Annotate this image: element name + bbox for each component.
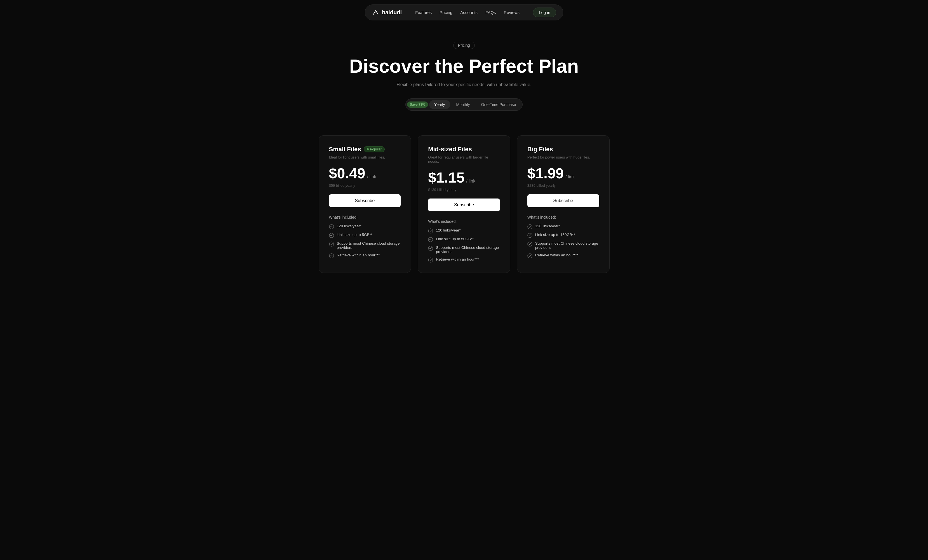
nav-pricing[interactable]: Pricing (440, 10, 452, 15)
whats-included-small: What's included: (329, 215, 401, 219)
popular-dot-icon (367, 148, 369, 150)
price-row-mid: $1.15 / link (428, 169, 500, 186)
subscribe-button-big[interactable]: Subscribe (527, 194, 599, 207)
check-icon (527, 224, 533, 229)
pricing-grid: Small Files Popular Ideal for light user… (296, 135, 632, 290)
check-icon (329, 224, 334, 229)
card-title-big: Big Files (527, 146, 553, 153)
price-billed-mid: $139 billed yearly (428, 187, 500, 192)
whats-included-mid: What's included: (428, 219, 500, 224)
price-billed-big: $239 billed yearly (527, 183, 599, 187)
feature-item: Link size up to 50GB** (428, 237, 500, 242)
price-unit-mid: / link (466, 179, 475, 184)
save-badge: Save 73% (407, 102, 428, 108)
subscribe-button-small[interactable]: Subscribe (329, 194, 401, 207)
toggle-monthly[interactable]: Monthly (451, 100, 475, 109)
nav-reviews[interactable]: Reviews (504, 10, 519, 15)
toggle-yearly[interactable]: Yearly (429, 100, 450, 109)
logo-text: baidudl (382, 9, 402, 16)
logo-icon (372, 9, 380, 17)
card-header-small: Small Files Popular Ideal for light user… (329, 146, 401, 159)
price-amount-big: $1.99 (527, 165, 564, 182)
logo[interactable]: baidudl (372, 9, 402, 17)
nav-accounts[interactable]: Accounts (460, 10, 478, 15)
feature-list-mid: 120 links/year* Link size up to 50GB** S… (428, 228, 500, 263)
hero-subtitle: Flexible plans tailored to your specific… (7, 82, 921, 87)
feature-item: 120 links/year* (428, 228, 500, 233)
feature-item: Retrieve within an hour*** (329, 253, 401, 258)
navbar: baidudl Features Pricing Accounts FAQs R… (0, 0, 928, 25)
price-row-big: $1.99 / link (527, 165, 599, 182)
check-icon (527, 242, 533, 247)
feature-item: Retrieve within an hour*** (428, 257, 500, 263)
feature-item: Retrieve within an hour*** (527, 253, 599, 258)
check-icon (527, 253, 533, 258)
check-icon (527, 233, 533, 238)
plan-card-big: Big Files Perfect for power users with h… (517, 135, 610, 273)
card-subtitle-mid: Great for regular users with larger file… (428, 155, 500, 164)
nav-features[interactable]: Features (415, 10, 432, 15)
feature-item: Supports most Chinese cloud storage prov… (527, 241, 599, 250)
feature-item: Supports most Chinese cloud storage prov… (329, 241, 401, 250)
hero-title: Discover the Perfect Plan (7, 56, 921, 77)
check-icon (428, 228, 433, 233)
feature-item: Supports most Chinese cloud storage prov… (428, 245, 500, 254)
price-row-small: $0.49 / link (329, 165, 401, 182)
toggle-one-time[interactable]: One-Time Purchase (476, 100, 521, 109)
plan-card-small: Small Files Popular Ideal for light user… (319, 135, 411, 273)
card-subtitle-small: Ideal for light users with small files. (329, 155, 401, 159)
feature-list-small: 120 links/year* Link size up to 5GB** Su… (329, 224, 401, 258)
feature-item: Link size up to 150GB** (527, 233, 599, 238)
card-header-big: Big Files Perfect for power users with h… (527, 146, 599, 159)
feature-item: 120 links/year* (527, 224, 599, 229)
price-unit-small: / link (367, 175, 376, 180)
plan-card-mid: Mid-sized Files Great for regular users … (418, 135, 510, 273)
hero-section: Pricing Discover the Perfect Plan Flexib… (0, 25, 928, 135)
check-icon (329, 233, 334, 238)
price-unit-big: / link (565, 175, 575, 180)
feature-list-big: 120 links/year* Link size up to 150GB** … (527, 224, 599, 258)
subscribe-button-mid[interactable]: Subscribe (428, 198, 500, 212)
billing-toggle: Save 73% Yearly Monthly One-Time Purchas… (405, 98, 523, 111)
card-subtitle-big: Perfect for power users with huge files. (527, 155, 599, 159)
check-icon (329, 242, 334, 247)
feature-item: 120 links/year* (329, 224, 401, 229)
check-icon (428, 257, 433, 263)
nav-links: Features Pricing Accounts FAQs Reviews (415, 10, 519, 15)
check-icon (428, 246, 433, 251)
card-title-small: Small Files (329, 146, 361, 153)
check-icon (329, 253, 334, 258)
price-amount-small: $0.49 (329, 165, 365, 182)
price-billed-small: $59 billed yearly (329, 183, 401, 187)
popular-badge-small: Popular (364, 146, 385, 152)
whats-included-big: What's included: (527, 215, 599, 219)
nav-faqs[interactable]: FAQs (485, 10, 496, 15)
check-icon (428, 237, 433, 242)
price-amount-mid: $1.15 (428, 169, 464, 186)
card-header-mid: Mid-sized Files Great for regular users … (428, 146, 500, 164)
login-button[interactable]: Log in (533, 8, 556, 17)
card-title-mid: Mid-sized Files (428, 146, 472, 153)
feature-item: Link size up to 5GB** (329, 233, 401, 238)
pricing-badge: Pricing (453, 42, 475, 49)
